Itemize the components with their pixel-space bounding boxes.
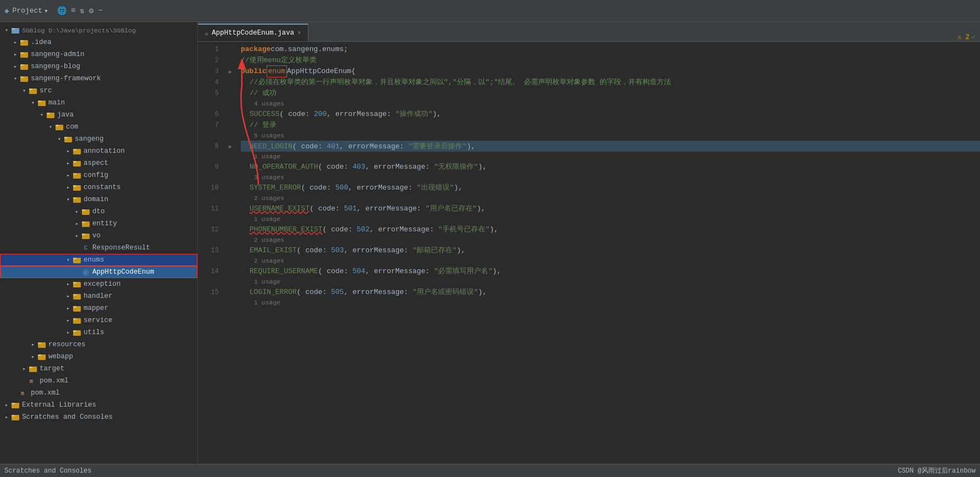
tree-arrow-sangeng-blog: ▸: [11, 63, 20, 70]
active-tab[interactable]: ☕ AppHttpCodeEnum.java ×: [198, 24, 308, 41]
project-dropdown[interactable]: Project ▾: [12, 7, 48, 15]
tree-item-sangeng-framework[interactable]: ▾sangeng-framework: [0, 73, 197, 85]
tree-icon-folder: [73, 183, 81, 192]
tree-item-com[interactable]: ▾com: [0, 121, 197, 133]
tree-icon-folder-open: [20, 74, 29, 83]
tree-icon-root: [11, 26, 20, 35]
line-number: 2: [198, 55, 219, 66]
main-content: ▾SGBlog D:\Java\projects\SGBlog▸.idea▸sa…: [0, 22, 980, 464]
minus-icon[interactable]: −: [98, 6, 102, 15]
gutter-item: [224, 256, 236, 266]
tab-bar: ☕ AppHttpCodeEnum.java × ⚠ 2 ✓: [198, 22, 980, 42]
gutter-item: [224, 55, 236, 66]
tree-label-sangeng: sangeng: [75, 135, 104, 143]
tree-icon-folder: [73, 159, 81, 168]
tree-item-sgblog[interactable]: ▾SGBlog D:\Java\projects\SGBlog: [0, 24, 197, 36]
code-content[interactable]: package com.sangeng.enums;//使用menu定义枚举类p…: [236, 42, 980, 464]
code-line: //使用menu定义枚举类: [241, 55, 980, 66]
bottom-left: Scratches and Consoles: [4, 467, 91, 475]
tab-close-button[interactable]: ×: [297, 30, 301, 36]
svg-rect-33: [82, 221, 85, 223]
gutter-item: [224, 182, 236, 193]
line-number: 1: [198, 44, 219, 55]
tree-item-enums[interactable]: ▾enums: [0, 254, 197, 266]
svg-rect-23: [73, 161, 76, 163]
gutter-item: [224, 245, 236, 256]
tree-item-sangeng-blog[interactable]: ▸sangeng-blog: [0, 60, 197, 73]
file-tree[interactable]: ▾SGBlog D:\Java\projects\SGBlog▸.idea▸sa…: [0, 22, 197, 464]
tree-item-utils[interactable]: ▸utils: [0, 326, 197, 339]
tree-arrow-domain: ▾: [64, 196, 73, 203]
tree-item-target[interactable]: ▸target: [0, 363, 197, 375]
tree-item-responseresult[interactable]: CResponseResult: [0, 242, 197, 254]
tree-icon-folder-open: [64, 135, 73, 143]
tree-label-service: service: [84, 317, 113, 324]
code-line: // 成功: [241, 88, 980, 99]
tree-item-resources[interactable]: ▸resources: [0, 339, 197, 351]
tree-arrow-enums: ▾: [64, 257, 73, 263]
tree-item-pom1[interactable]: mpom.xml: [0, 375, 197, 387]
tree-label-main: main: [48, 99, 65, 107]
tree-label-domain: domain: [84, 196, 108, 203]
svg-rect-35: [82, 234, 85, 235]
tree-item-extlibs[interactable]: ▸External Libraries: [0, 399, 197, 411]
tree-item-exception[interactable]: ▸exception: [0, 278, 197, 290]
tree-item-sangeng[interactable]: ▾sangeng: [0, 133, 197, 145]
tree-item-main[interactable]: ▾main: [0, 97, 197, 109]
tree-label-webapp: webapp: [48, 353, 73, 360]
line-number: [198, 173, 219, 182]
code-line: REQUIRE_USERNAME( code: 504, errorMessag…: [241, 266, 980, 277]
gutter-item: [224, 173, 236, 182]
tree-item-webapp[interactable]: ▸webapp: [0, 351, 197, 363]
tree-item-handler[interactable]: ▸handler: [0, 290, 197, 302]
line-number: 4: [198, 77, 219, 88]
tree-icon-folder: [81, 231, 90, 240]
gutter-item: [224, 120, 236, 131]
tree-item-dto[interactable]: ▸dto: [0, 206, 197, 218]
tree-icon-java: C: [81, 243, 90, 252]
usage-line: 2 usages: [241, 193, 980, 203]
tree-arrow-dto: ▸: [73, 208, 81, 215]
tree-item-annotation[interactable]: ▸annotation: [0, 145, 197, 157]
gutter-item: [224, 193, 236, 203]
tree-item-mapper[interactable]: ▸mapper: [0, 302, 197, 314]
sync-icon[interactable]: ⇅: [80, 6, 84, 15]
gutter-item: [224, 287, 236, 298]
globe-icon[interactable]: 🌐: [57, 6, 67, 15]
tree-item-service[interactable]: ▸service: [0, 314, 197, 326]
tree-item-domain[interactable]: ▾domain: [0, 193, 197, 206]
list-icon[interactable]: ≡: [71, 6, 75, 15]
tree-icon-xml: m: [20, 389, 29, 397]
tree-icon-folder: [11, 401, 20, 409]
scratches-label[interactable]: Scratches and Consoles: [4, 467, 91, 475]
code-line: SUCCESS( code: 200, errorMessage: "操作成功"…: [241, 109, 980, 120]
code-line: LOGIN_ERROR( code: 505, errorMessage: "用…: [241, 287, 980, 298]
tree-item-idea[interactable]: ▸.idea: [0, 36, 197, 48]
gear-icon[interactable]: ⚙: [89, 6, 93, 15]
svg-rect-21: [73, 149, 76, 151]
tab-bar-right: ⚠ 2 ✓: [957, 33, 980, 41]
tree-item-scratches[interactable]: ▸Scratches and Consoles: [0, 411, 197, 423]
tree-item-aspect[interactable]: ▸aspect: [0, 157, 197, 169]
tree-item-apphttpcodeenum[interactable]: EAppHttpCodeEnum: [0, 266, 197, 278]
tree-label-idea: .idea: [31, 38, 52, 46]
gutter-item: [224, 224, 236, 235]
line-number: 11: [198, 203, 219, 214]
tree-item-java[interactable]: ▾java: [0, 109, 197, 121]
usage-line: 1 usage: [241, 152, 980, 162]
svg-rect-13: [38, 101, 41, 102]
tree-item-vo[interactable]: ▸vo: [0, 230, 197, 242]
tree-label-target: target: [40, 365, 64, 373]
tree-icon-folder-open: [29, 86, 37, 95]
tree-item-config[interactable]: ▸config: [0, 169, 197, 181]
code-editor[interactable]: 123456789101112131415 ▶▶ package com.san…: [198, 42, 980, 464]
tree-item-sangeng-admin[interactable]: ▸sangeng-admin: [0, 48, 197, 60]
tree-icon-folder: [20, 62, 29, 71]
tree-icon-enum: E: [81, 268, 90, 276]
tree-item-entity[interactable]: ▸entity: [0, 218, 197, 230]
tree-item-src[interactable]: ▾src: [0, 85, 197, 97]
tree-label-sangeng-admin: sangeng-admin: [31, 51, 85, 58]
tree-arrow-mapper: ▸: [64, 305, 73, 312]
tree-item-pom2[interactable]: mpom.xml: [0, 387, 197, 399]
tree-item-constants[interactable]: ▸constants: [0, 181, 197, 193]
